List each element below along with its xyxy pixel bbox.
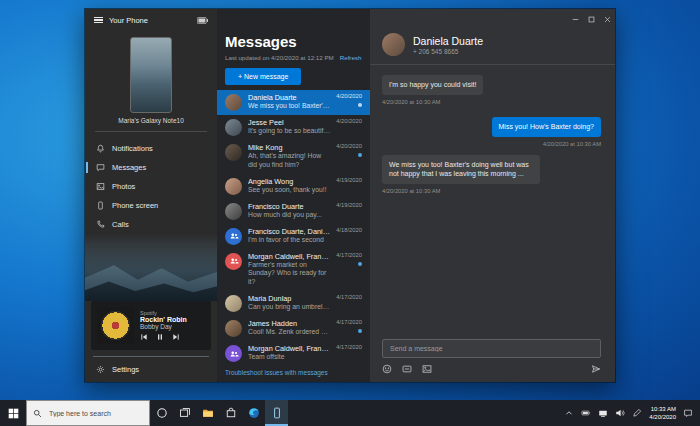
compose-area (370, 331, 615, 382)
media-controls (140, 333, 187, 341)
close-button[interactable] (599, 9, 615, 29)
conversation-item[interactable]: Francisco Duarte, Daniela ...I'm in favo… (217, 223, 370, 248)
store-icon[interactable] (219, 400, 242, 426)
new-message-button[interactable]: + New message (225, 68, 301, 85)
mountain-wallpaper (85, 234, 217, 301)
send-icon[interactable] (591, 364, 601, 374)
task-view-icon[interactable] (173, 400, 196, 426)
start-button[interactable] (0, 400, 26, 426)
conversation-preview: Farmer's market on Sunday? Who is ready … (248, 261, 330, 287)
sidebar-item-phone-screen[interactable]: Phone screen (85, 196, 217, 215)
conversation-meta: 4/20/2020 (336, 143, 362, 157)
conversation-preview: See you soon, thank you!! (248, 186, 330, 195)
taskbar-apps (150, 400, 288, 426)
contact-name: Daniela Duarte (413, 35, 483, 47)
conversation-item[interactable]: Daniela DuarteWe miss you too! Baxter's … (217, 90, 370, 115)
app-title: Your Phone (109, 16, 148, 25)
group-avatar (225, 253, 242, 270)
conversation-date: 4/17/2020 (336, 344, 362, 350)
action-center-icon[interactable] (683, 408, 693, 418)
taskbar-clock[interactable]: 10:33 AM 4/20/2020 (649, 405, 676, 421)
window-controls (567, 9, 615, 29)
search-input[interactable] (47, 409, 143, 418)
chat-thread: I'm so happy you could visit!4/20/2020 a… (370, 65, 615, 331)
message-input[interactable] (382, 339, 601, 358)
edge-icon[interactable] (242, 400, 265, 426)
chevron-up-icon[interactable] (564, 408, 574, 418)
minimize-button[interactable] (567, 9, 583, 29)
conversation-date: 4/17/2020 (336, 294, 362, 300)
conversation-date: 4/20/2020 (336, 143, 362, 149)
conversation-item[interactable]: Maria DunlapCan you bring an umbrella?4/… (217, 291, 370, 316)
conversation-item[interactable]: Mike KongAh, that's amazing! How did you… (217, 140, 370, 174)
conversation-name: James Hadden (248, 319, 330, 328)
conversation-name: Francisco Duarte (248, 202, 330, 211)
sidebar-item-messages[interactable]: Messages (85, 158, 217, 177)
unread-indicator (358, 153, 362, 157)
your-phone-icon[interactable] (265, 400, 288, 426)
previous-icon[interactable] (140, 333, 148, 341)
conversation-name: Mike Kong (248, 143, 330, 152)
conversation-item[interactable]: James HaddenCool! Ms. Zenk ordered 50...… (217, 316, 370, 341)
contact-avatar (225, 94, 242, 111)
conversation-item[interactable]: Jesse PeelIt's going to be so beautiful!… (217, 115, 370, 140)
volume-icon[interactable] (615, 408, 625, 418)
conversation-text: James HaddenCool! Ms. Zenk ordered 50... (248, 319, 330, 337)
conversation-name: Maria Dunlap (248, 294, 330, 303)
message-bubble[interactable]: Miss you! How's Baxter doing? (492, 117, 602, 137)
message-bubble[interactable]: I'm so happy you could visit! (382, 75, 483, 95)
unread-indicator (358, 103, 362, 107)
photo-icon (96, 182, 105, 191)
conversation-item[interactable]: Angelia WongSee you soon, thank you!!4/1… (217, 173, 370, 198)
file-explorer-icon[interactable] (196, 400, 219, 426)
media-player-card: Spotify Rockin' Robin Bobby Day (91, 301, 211, 350)
conversation-text: Morgan Caldwell, Francisco ...Team offsi… (248, 344, 330, 362)
sidebar-item-calls[interactable]: Calls (85, 215, 217, 234)
message-timestamp: 4/20/2020 at 10:30 AM (382, 99, 483, 105)
conversation-item[interactable]: Morgan Caldwell, Francisco ...Team offsi… (217, 341, 370, 366)
conversation-preview: Can you bring an umbrella? (248, 303, 330, 312)
sidebar-item-settings[interactable]: Settings (85, 359, 217, 382)
emoji-icon[interactable] (382, 364, 392, 374)
pen-icon[interactable] (632, 408, 642, 418)
contact-avatar (225, 203, 242, 220)
group-avatar (225, 228, 242, 245)
maximize-button[interactable] (583, 9, 599, 29)
next-icon[interactable] (172, 333, 180, 341)
troubleshoot-link[interactable]: Troubleshoot issues with messages (217, 366, 370, 382)
gif-icon[interactable] (402, 364, 412, 374)
phone-preview-thumbnail[interactable] (130, 37, 172, 113)
conversation-preview: Team offsite (248, 353, 330, 362)
conversation-meta: 4/20/2020 (336, 93, 362, 107)
hamburger-menu-icon[interactable] (94, 15, 103, 25)
sidebar-item-photos[interactable]: Photos (85, 177, 217, 196)
tray-icons (564, 408, 642, 418)
taskbar-search[interactable] (26, 400, 150, 426)
conversation-name: Morgan Caldwell, Francisco ... (248, 344, 330, 353)
refresh-link[interactable]: Refresh (340, 54, 362, 61)
taskbar: 10:33 AM 4/20/2020 (0, 400, 700, 426)
conversation-text: Francisco Duarte, Daniela ...I'm in favo… (248, 227, 330, 245)
image-icon[interactable] (422, 364, 432, 374)
conversation-preview: We miss you too! Baxter's doing ... (248, 102, 330, 111)
settings-label: Settings (112, 365, 139, 374)
phone-screen-icon (96, 201, 105, 210)
compose-toolbar (382, 364, 601, 374)
network-icon[interactable] (598, 408, 608, 418)
conversation-date: 4/19/2020 (336, 177, 362, 183)
message-bubble[interactable]: We miss you too! Baxter's doing well but… (382, 155, 540, 185)
messages-list-pane: Messages Last updated on 4/20/2020 at 12… (217, 9, 370, 382)
divider (95, 131, 207, 132)
conversation-item[interactable]: Francisco DuarteHow much did you pay...4… (217, 198, 370, 223)
sidebar: Your Phone Maria's Galaxy Note10 Notific… (85, 9, 217, 382)
conversation-meta: 4/18/2020 (336, 227, 362, 233)
chat-message-sent: Miss you! How's Baxter doing?4/20/2020 a… (492, 117, 602, 155)
conversation-preview: How much did you pay... (248, 211, 330, 220)
conversation-item[interactable]: Morgan Caldwell, Francisco ...Farmer's m… (217, 248, 370, 290)
sidebar-item-notifications[interactable]: Notifications (85, 139, 217, 158)
cortana-icon[interactable] (150, 400, 173, 426)
battery-icon[interactable] (581, 408, 591, 418)
pause-icon[interactable] (156, 333, 164, 341)
messages-header: Messages Last updated on 4/20/2020 at 12… (217, 9, 370, 90)
conversation-meta: 4/17/2020 (336, 252, 362, 266)
